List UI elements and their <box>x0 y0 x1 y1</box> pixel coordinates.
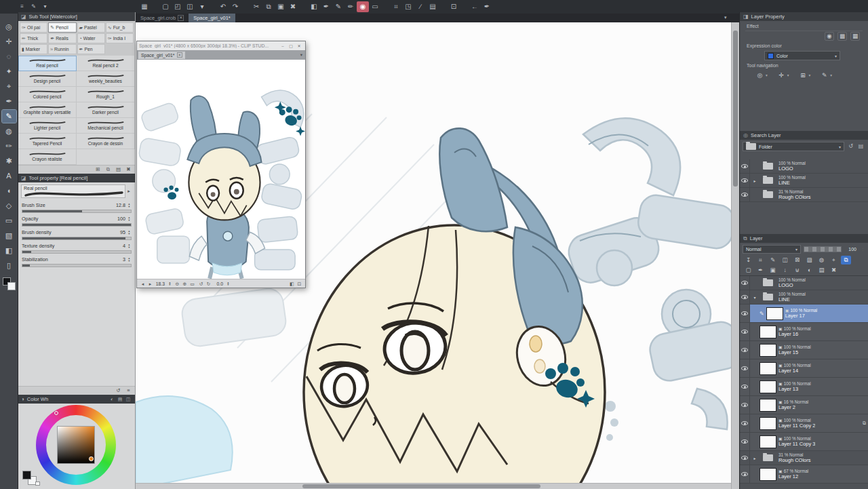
gradient-tool-icon[interactable]: ▧ <box>2 229 16 242</box>
selection-icon[interactable]: ⌗ <box>390 1 402 12</box>
layer-panel-header[interactable]: ⧉ Layer <box>740 234 868 243</box>
new-raster-layer-icon[interactable]: ▢ <box>743 266 753 275</box>
spin-down-icon[interactable]: ▾ <box>128 246 130 249</box>
layer-row-main[interactable]: ▸100 % NormalLINE <box>750 174 868 187</box>
auto-select-tool-icon[interactable]: ✦ <box>2 65 16 78</box>
ruler-layer-icon[interactable]: ⌖ <box>829 256 839 265</box>
selection-tool-icon[interactable]: ◌ <box>2 50 16 63</box>
search-layer-header[interactable]: ◎ Search Layer <box>740 131 868 140</box>
layer-row-layer-15[interactable]: ▣100 % NormalLayer 15 <box>740 341 868 359</box>
color-indicator[interactable] <box>89 456 94 461</box>
layer-row-main[interactable]: ▣100 % NormalLayer 11 Copy 3 <box>750 433 868 450</box>
subtool-category-water[interactable]: ◔Water <box>77 33 105 43</box>
slider-track[interactable] <box>22 223 132 227</box>
layer-row-main[interactable]: 100 % NormalLOGO <box>750 159 868 173</box>
layer-row-main[interactable]: ▣100 % NormalLayer 15 <box>750 341 868 359</box>
move-nav-icon[interactable]: ✛ <box>776 71 787 80</box>
lock-layer-icon[interactable]: ⊠ <box>792 256 802 265</box>
layer-visibility-toggle[interactable] <box>740 359 750 377</box>
layer-visibility-toggle[interactable] <box>740 290 750 304</box>
close-icon[interactable]: ✕ <box>295 43 303 50</box>
layer-row-rough-colors[interactable]: ▸31 % NormalRough COlors <box>740 451 868 465</box>
brush-tool-icon[interactable]: ✏ <box>2 140 16 153</box>
search-filter-dropdown[interactable]: Folder ▾ <box>743 142 844 151</box>
add-subtool-icon[interactable]: ⊞ <box>94 166 102 174</box>
expression-color-dropdown[interactable]: Color ▾ <box>764 51 840 60</box>
tab-close-icon[interactable]: ✕ <box>178 15 184 21</box>
decoration-tool-icon[interactable]: ✱ <box>2 155 16 168</box>
brush-item-real-pencil-2[interactable]: Real pencil 2 <box>77 56 135 71</box>
brush-item-lighter-pencil[interactable]: Lighter pencil <box>18 118 77 134</box>
rotate-cw-icon[interactable]: ↻ <box>205 280 212 287</box>
export-menu-icon[interactable]: ▾ <box>196 1 208 12</box>
rotate-ccw-icon[interactable]: ↺ <box>197 280 205 287</box>
brush-item-crayon-r-aliste[interactable]: Crayon réaliste <box>18 149 77 165</box>
layer-row-rough-colors[interactable]: 31 % NormalRough COlors <box>740 188 868 202</box>
zoom-in-icon[interactable]: ⊕ <box>181 280 189 287</box>
draft-layer-icon[interactable]: ◫ <box>780 256 790 265</box>
slider-stepper[interactable]: ▴▾ <box>127 216 132 221</box>
navigator-window[interactable]: Space_girl_v01* (4800 x 6500px 300dpi 18… <box>136 41 306 288</box>
subview-nav-icon[interactable]: ⊞ <box>798 71 808 80</box>
subtool-category-pen[interactable]: ✒Pen <box>77 44 105 54</box>
vertical-scrollbar-thumb[interactable] <box>733 31 738 187</box>
save-file-icon[interactable]: ◫ <box>184 1 196 12</box>
layer-row-layer-13[interactable]: ▣100 % NormalLayer 13 <box>740 378 868 396</box>
workspace-grid-icon[interactable]: ▦ <box>138 1 151 12</box>
apply-mask-icon[interactable]: ▤ <box>816 266 827 275</box>
document-tab-space-girl-v01[interactable]: Space_girl_v01* <box>189 14 235 22</box>
subtool-category-pencil[interactable]: ✎Pencil <box>48 22 76 33</box>
spin-down-icon[interactable]: ▾ <box>169 283 170 286</box>
edit-nav-icon[interactable]: ✎ <box>819 71 829 80</box>
rotate-stepper[interactable]: ▴▾ <box>226 281 231 286</box>
layer-visibility-toggle[interactable] <box>740 433 750 450</box>
color-panel-header[interactable]: ◑ Color Wh ◐▤◫ <box>18 395 135 404</box>
layer-row-main[interactable]: ▣100 % NormalLayer 11 Copy 2⧉ <box>750 414 868 432</box>
slider-track[interactable] <box>22 237 132 240</box>
back-arrow-icon[interactable]: ← <box>469 1 481 12</box>
blend-mode-dropdown[interactable]: Normal ▾ <box>743 245 801 254</box>
duplicate-subtool-icon[interactable]: ⧉ <box>104 166 113 174</box>
layer-row-main[interactable]: ▸31 % NormalRough COlors <box>750 451 868 465</box>
extract-line-effect-icon[interactable]: ▦ <box>850 32 860 41</box>
eraser-icon[interactable]: ▭ <box>369 1 381 12</box>
brush-item-design-pencil[interactable]: Design pencil <box>18 71 77 87</box>
minimize-icon[interactable]: – <box>279 43 287 50</box>
quick-edit-icon[interactable]: ✎ <box>29 3 38 12</box>
slider-stepper[interactable]: ▴▾ <box>127 203 132 208</box>
pen-icon[interactable]: ✒ <box>320 1 332 12</box>
maximize-icon[interactable]: ▢ <box>287 43 295 50</box>
zoom-out-icon[interactable]: ⊖ <box>174 280 181 287</box>
new-canvas-icon[interactable]: ▢ <box>159 1 172 12</box>
layer-row-layer-14[interactable]: ▣100 % NormalLayer 14 <box>740 359 868 378</box>
transfer-to-layer-icon[interactable]: ↓ <box>780 266 790 275</box>
stylus-icon[interactable]: ✒ <box>481 1 493 12</box>
brush-item-mechanical-pencil[interactable]: Mechanical pencil <box>77 118 135 134</box>
enable-mask-icon[interactable]: ◍ <box>816 256 827 265</box>
brush-item-colored-pencil[interactable]: Colored pencil <box>18 87 77 102</box>
subtool-panel-header[interactable]: ◪ Sub Tool [Watercolor] <box>18 12 135 21</box>
layer-collapse-caret-icon[interactable]: ▾ <box>752 295 757 300</box>
layer-property-header[interactable]: ◨ Layer Property <box>740 12 868 21</box>
delete-subtool-icon[interactable]: ✖ <box>124 166 133 174</box>
brush-item-real-pencil[interactable]: Real pencil <box>18 56 77 71</box>
brush-preset-preview[interactable]: Real pencil <box>21 184 125 198</box>
layer-visibility-toggle[interactable] <box>740 465 750 483</box>
delete-icon[interactable]: ✖ <box>287 1 299 12</box>
navigator-tab-close-icon[interactable]: ✕ <box>177 52 183 58</box>
layer-visibility-toggle[interactable] <box>740 323 750 340</box>
border-effect-icon[interactable]: ◉ <box>825 32 834 41</box>
layer-row-layer-11-copy-2[interactable]: ▣100 % NormalLayer 11 Copy 2⧉ <box>740 414 868 433</box>
airbrush-tool-icon[interactable]: ◍ <box>2 125 16 138</box>
frame-tool-icon[interactable]: ▭ <box>2 214 16 227</box>
slider-track[interactable] <box>22 210 132 213</box>
cut-icon[interactable]: ✂ <box>250 1 262 12</box>
subtool-category-india-i[interactable]: ✑India I <box>106 33 134 43</box>
slider-stepper[interactable]: ▴▾ <box>127 230 132 235</box>
layer-visibility-toggle[interactable] <box>740 341 750 359</box>
navigator-tab-overflow-icon[interactable]: ▾ <box>300 52 304 58</box>
foreground-color-swatch[interactable] <box>22 471 31 480</box>
navigator-canvas[interactable] <box>137 60 305 279</box>
eyedropper-tool-icon[interactable]: ⌖ <box>2 80 16 93</box>
layer-row-layer-2[interactable]: ▣16 % NormalLayer 2 <box>740 396 868 414</box>
